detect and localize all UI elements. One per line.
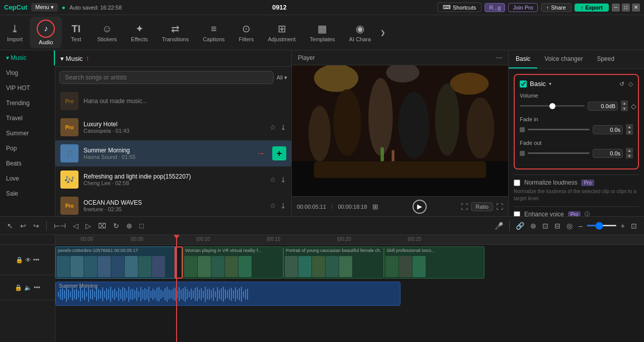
tool-ai-chara[interactable]: ◉ AI Chara [342, 20, 378, 45]
export-button[interactable]: ↑ Export [575, 4, 609, 12]
plus-button[interactable]: + [619, 221, 627, 231]
tab-voice-changer[interactable]: Voice changer [537, 50, 590, 68]
sidebar-item-travel[interactable]: Travel [0, 111, 55, 126]
list-item[interactable]: 🎶 Refreshing and light indie pop(1552207… [55, 166, 291, 193]
reset-icon[interactable]: ↺ [619, 80, 624, 88]
fit-button[interactable]: ⊡ [629, 221, 639, 231]
sidebar-item-trending[interactable]: Trending [0, 96, 55, 111]
list-item[interactable]: Pro OCEAN AND WAVES finetune · 02:35 ☆ ⤓ [55, 193, 291, 216]
audio-more-button[interactable]: ••• [34, 284, 40, 291]
tool-import[interactable]: ⤓ Import [0, 20, 30, 45]
tool-text[interactable]: TI Text [62, 20, 90, 45]
favorite-icon[interactable]: ☆ [270, 202, 276, 210]
crop-button[interactable]: ⌧ [96, 221, 108, 231]
split-button[interactable]: ⊢⊣ [52, 221, 68, 231]
zoom-slider[interactable] [587, 225, 617, 226]
trim-left-button[interactable]: ◁ [71, 221, 80, 231]
enhance-info-icon[interactable]: ⓘ [585, 211, 590, 216]
add-to-timeline-button[interactable]: + [272, 146, 286, 160]
video-clip-3[interactable]: Portrait of young caucasian beautiful fe… [283, 246, 384, 279]
video-clip-1[interactable]: pexels-cottonbro-10576661 00:00:05:17 [55, 246, 176, 279]
video-clip-4[interactable]: Skill professional soco... [384, 246, 485, 279]
tool-effects[interactable]: ✦ Effects [124, 20, 154, 45]
enhance-checkbox[interactable] [514, 211, 520, 217]
menu-button[interactable]: Menu ▾ [31, 3, 58, 12]
select-tool-button[interactable]: ↖ [5, 221, 15, 231]
download-icon[interactable]: ⤓ [280, 176, 286, 184]
tool-transitions[interactable]: ⇄ Transitions [155, 20, 196, 45]
join-pro-button[interactable]: Join Pro [508, 3, 537, 12]
list-item[interactable]: Pro Luxury Hotel Cassiopeia · 01:43 ☆ ⤓ [55, 114, 291, 140]
volume-value-input[interactable] [588, 102, 618, 111]
ratio-button[interactable]: Ratio [471, 202, 493, 211]
tool-templates[interactable]: ▦ Templates [303, 20, 342, 45]
maximize-button[interactable]: □ [622, 4, 630, 12]
sidebar-item-vlog[interactable]: Vlog [0, 65, 55, 80]
fade-in-down-button[interactable]: ▼ [626, 130, 633, 135]
tool-captions[interactable]: ≡ Captions [196, 20, 231, 45]
normalize-checkbox[interactable] [514, 180, 520, 186]
sidebar-item-beats[interactable]: Beats [0, 156, 55, 171]
tab-speed[interactable]: Speed [590, 50, 621, 68]
marker-button[interactable]: ◎ [565, 221, 575, 231]
mic-button[interactable]: 🎤 [493, 221, 505, 231]
shortcuts-button[interactable]: ⌨ Shortcuts [437, 3, 481, 12]
fade-out-up-button[interactable]: ▲ [626, 148, 633, 153]
fade-out-handle[interactable] [520, 151, 525, 156]
video-eye-button[interactable]: 👁 [25, 256, 31, 264]
favorite-icon[interactable]: ☆ [270, 123, 276, 131]
volume-down-button[interactable]: ▼ [621, 106, 628, 111]
sidebar-item-summer[interactable]: Summer [0, 126, 55, 141]
basic-dropdown-icon[interactable]: ▾ [549, 81, 551, 87]
audio-mute-button[interactable]: 🔈 [24, 284, 32, 291]
sidebar-item-pop[interactable]: Pop [0, 141, 55, 156]
tool-adjustment[interactable]: ⊞ Adjustment [261, 20, 303, 45]
grid-icon[interactable]: ⊞ [372, 203, 378, 211]
speed-button[interactable]: ⊕ [124, 221, 134, 231]
sidebar-item-vip-hot[interactable]: VIP HOT [0, 80, 55, 96]
diamond-icon[interactable]: ◇ [628, 80, 633, 88]
favorite-icon[interactable]: ☆ [270, 176, 276, 184]
sidebar-item-love[interactable]: Love [0, 171, 55, 186]
minus-button[interactable]: – [577, 221, 585, 231]
fade-in-up-button[interactable]: ▲ [626, 124, 633, 129]
audio-lock-button[interactable]: 🔒 [15, 284, 22, 291]
list-item[interactable]: Pro Hana out made music... [55, 88, 291, 114]
download-icon[interactable]: ⤓ [280, 123, 286, 131]
volume-slider[interactable] [520, 105, 585, 107]
search-input[interactable] [59, 71, 274, 84]
play-button[interactable]: ▶ [413, 200, 427, 214]
fade-out-value-input[interactable] [593, 149, 623, 158]
volume-up-button[interactable]: ▲ [621, 101, 628, 106]
link-button[interactable]: 🔗 [514, 221, 526, 231]
minimize-button[interactable]: ─ [612, 4, 620, 12]
video-clip-2[interactable]: Woman playing in VR virtual reality f... [183, 246, 283, 279]
list-item[interactable]: 🎵 Summer Morning Hasna Sound · 01:55 → + [55, 140, 291, 166]
fade-in-value-input[interactable] [593, 125, 623, 134]
audio-clip[interactable]: Summer Morning // Generate waveform [55, 282, 400, 306]
fullscreen-button[interactable]: ⛶ [496, 203, 503, 211]
tool-audio[interactable]: ♪ Audio [30, 17, 62, 48]
rotate-button[interactable]: ↻ [111, 221, 121, 231]
tool-stickers[interactable]: ☺ Stickers [90, 20, 124, 45]
magnet-button[interactable]: ⊛ [528, 221, 538, 231]
video-lock-button[interactable]: 🔒 [16, 256, 23, 264]
download-icon[interactable]: ⤓ [280, 202, 286, 210]
close-button[interactable]: ✕ [632, 4, 640, 12]
undo-button[interactable]: ↩ [18, 221, 28, 231]
crop-icon[interactable]: ⛶ [461, 203, 468, 211]
tab-basic[interactable]: Basic [509, 50, 537, 68]
volume-diamond-icon[interactable]: ◇ [631, 102, 636, 110]
all-filter-button[interactable]: All ▾ [277, 74, 287, 81]
freeze-button[interactable]: □ [137, 221, 145, 231]
layout-button[interactable]: ⊟ [552, 221, 562, 231]
video-more-button[interactable]: ••• [33, 256, 40, 264]
tool-filters[interactable]: ⊙ Filters [232, 20, 261, 45]
player-menu-icon[interactable]: ⋯ [496, 54, 502, 61]
sidebar-item-sale[interactable]: Sale [0, 186, 55, 201]
trim-right-button[interactable]: ▷ [84, 221, 93, 231]
sidebar-item-music[interactable]: ▾ Music [0, 50, 55, 65]
share-button[interactable]: ↑ Share [541, 3, 572, 12]
align-button[interactable]: ⊡ [540, 221, 550, 231]
redo-button[interactable]: ↪ [31, 221, 41, 231]
